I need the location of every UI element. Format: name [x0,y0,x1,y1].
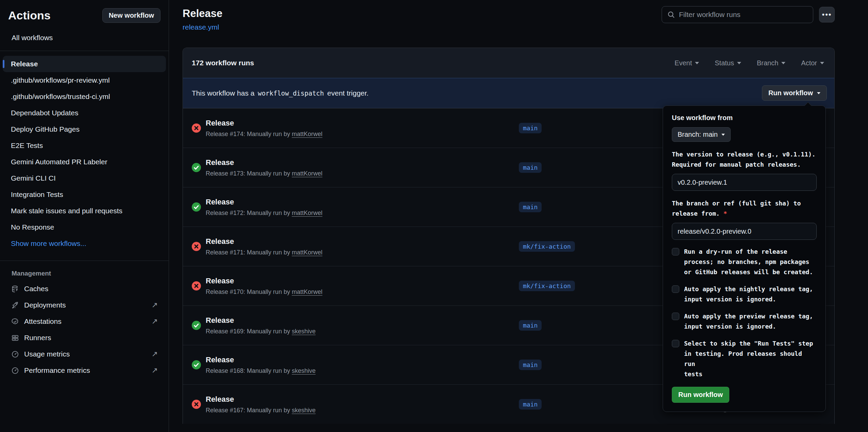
sidebar-item-performance-metrics[interactable]: Performance metrics ↗ [3,362,166,379]
version-input[interactable] [672,174,817,191]
filter-actor[interactable]: Actor [801,59,824,67]
cache-icon [11,285,19,293]
actor-link[interactable]: mattKorwel [292,131,322,137]
run-title-link[interactable]: Release [206,395,316,404]
sidebar-item-e2e-tests[interactable]: E2E Tests [3,137,166,154]
sidebar-item-trusted-ci[interactable]: .github/workflows/trusted-ci.yml [3,88,166,105]
run-description: Release #173: Manually run by mattKorwel [206,170,322,177]
verified-icon [11,317,19,326]
sidebar-item-mark-stale[interactable]: Mark stale issues and pull requests [3,203,166,219]
actions-page: Actions New workflow All workflows Relea… [0,0,868,432]
run-workflow-submit-button[interactable]: Run workflow [672,387,729,403]
sidebar-item-all-workflows[interactable]: All workflows [8,34,160,42]
sidebar-item-release[interactable]: Release [3,56,166,72]
main-content: Release release.yml ••• 172 workflow run… [169,0,868,432]
filter-event[interactable]: Event [675,59,699,67]
caret-down-icon [820,62,824,64]
filter-workflow-runs-input[interactable] [679,11,807,19]
run-title-link[interactable]: Release [206,355,316,364]
branch-selector-button[interactable]: Branch: main [672,127,731,142]
meter-icon [11,366,19,375]
preview-tag-checkbox[interactable] [672,313,679,320]
sidebar-item-usage-metrics[interactable]: Usage metrics ↗ [3,346,166,362]
server-icon [11,334,19,342]
actor-link[interactable]: mattKorwel [292,170,322,177]
nightly-tag-option: Auto apply the nightly release tag, inpu… [672,284,817,304]
branch-badge[interactable]: main [519,202,542,212]
x-circle-icon [192,281,201,290]
actor-link[interactable]: mattKorwel [292,288,322,295]
divider [0,261,169,261]
workflow-list: Release .github/workflows/pr-review.yml … [3,56,166,252]
run-title-link[interactable]: Release [206,198,322,206]
run-title-link[interactable]: Release [206,237,322,246]
caret-down-icon [781,62,785,64]
run-title-link[interactable]: Release [206,277,322,285]
show-more-workflows-link[interactable]: Show more workflows... [3,235,166,252]
code-workflow-dispatch: workflow_dispatch [256,89,325,97]
sidebar-item-deployments[interactable]: Deployments ↗ [3,297,166,313]
run-title-link[interactable]: Release [206,158,322,167]
meter-icon [11,350,19,358]
dry-run-option: Run a dry-run of the release process; no… [672,247,817,277]
check-circle-icon [192,360,201,369]
nightly-tag-checkbox[interactable] [672,285,679,293]
caret-down-icon [737,62,741,64]
sidebar-item-deploy-github-pages[interactable]: Deploy GitHub Pages [3,121,166,137]
workflow-title: Release [183,7,222,20]
external-link-icon: ↗ [152,350,158,359]
branch-badge[interactable]: main [519,399,542,410]
divider [0,51,169,51]
run-title-link[interactable]: Release [206,119,322,128]
filter-status[interactable]: Status [715,59,741,67]
actions-sidebar: Actions New workflow All workflows Relea… [0,0,169,432]
ref-input[interactable] [672,223,817,240]
check-circle-icon [192,163,201,172]
run-description: Release #171: Manually run by mattKorwel [206,249,322,256]
runs-filters: Event Status Branch Actor [675,59,826,67]
run-description: Release #168: Manually run by skeshive [206,367,316,375]
use-workflow-from-label: Use workflow from [672,114,817,122]
new-workflow-button[interactable]: New workflow [102,8,160,23]
actor-link[interactable]: mattKorwel [292,210,322,216]
external-link-icon: ↗ [152,301,158,310]
run-title-link[interactable]: Release [206,316,316,325]
sidebar-item-attestations[interactable]: Attestations ↗ [3,313,166,330]
page-kebab-button[interactable]: ••• [819,7,835,22]
external-link-icon: ↗ [152,317,158,326]
branch-badge[interactable]: mk/fix-action [519,241,575,252]
sidebar-item-gemini-cli-ci[interactable]: Gemini CLI CI [3,170,166,186]
runs-count: 172 workflow runs [192,59,254,67]
run-workflow-dropdown-button[interactable]: Run workflow [762,85,827,101]
sidebar-item-pr-review[interactable]: .github/workflows/pr-review.yml [3,72,166,88]
sidebar-item-caches[interactable]: Caches [3,281,166,297]
branch-badge[interactable]: mk/fix-action [519,281,575,291]
run-description: Release #169: Manually run by skeshive [206,328,316,335]
caret-down-icon [817,92,820,94]
actor-link[interactable]: skeshive [292,407,316,414]
branch-badge[interactable]: main [519,320,542,331]
sidebar-item-integration-tests[interactable]: Integration Tests [3,186,166,203]
caret-down-icon [695,62,699,64]
version-field-label: The version to release (e.g., v0.1.11). … [672,149,817,170]
run-description: Release #172: Manually run by mattKorwel [206,210,322,217]
branch-badge[interactable]: main [519,360,542,370]
sidebar-item-gemini-pr-labeler[interactable]: Gemini Automated PR Labeler [3,154,166,170]
caret-down-icon [721,134,725,136]
run-description: Release #174: Manually run by mattKorwel [206,131,322,138]
sidebar-item-no-response[interactable]: No Response [3,219,166,235]
sidebar-item-dependabot-updates[interactable]: Dependabot Updates [3,105,166,121]
sidebar-item-runners[interactable]: Runners [3,330,166,346]
actor-link[interactable]: mattKorwel [292,249,322,256]
filter-branch[interactable]: Branch [757,59,785,67]
ref-field-label: The branch or ref (full git sha) torelea… [672,198,817,219]
workflow-file-link[interactable]: release.yml [183,23,219,31]
required-asterisk: * [724,210,727,217]
dry-run-checkbox[interactable] [672,248,679,255]
run-description: Release #167: Manually run by skeshive [206,407,316,414]
actor-link[interactable]: skeshive [292,328,316,335]
actor-link[interactable]: skeshive [292,367,316,374]
branch-badge[interactable]: main [519,162,542,173]
branch-badge[interactable]: main [519,123,542,133]
skip-tests-checkbox[interactable] [672,340,679,347]
